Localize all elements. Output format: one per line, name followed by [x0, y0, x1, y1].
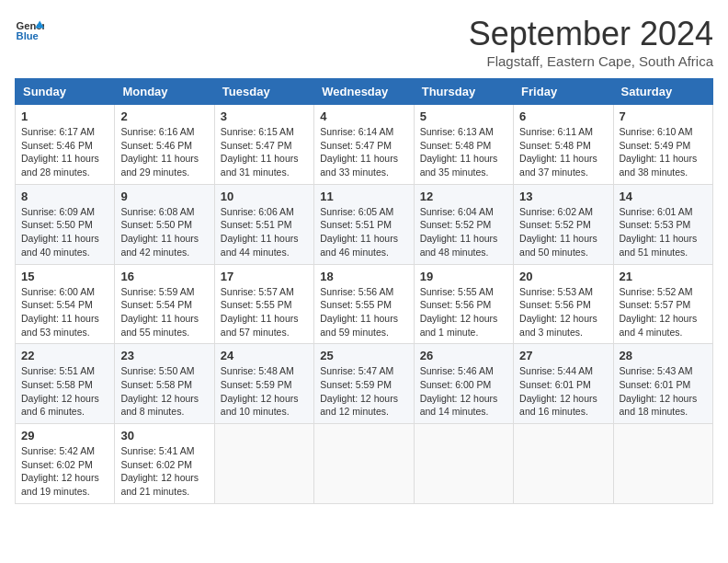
page-header: General Blue September 2024 Flagstaff, E…	[15, 15, 713, 69]
day-number: 1	[21, 109, 108, 123]
logo: General Blue	[15, 15, 44, 44]
calendar-day-cell: 24 Sunrise: 5:48 AM Sunset: 5:59 PM Dayl…	[214, 344, 313, 424]
calendar-day-cell: 30 Sunrise: 5:41 AM Sunset: 6:02 PM Dayl…	[115, 424, 214, 504]
calendar-day-cell: 17 Sunrise: 5:57 AM Sunset: 5:55 PM Dayl…	[214, 264, 313, 344]
calendar-day-cell: 28 Sunrise: 5:43 AM Sunset: 6:01 PM Dayl…	[613, 344, 712, 424]
day-of-week-header: Wednesday	[314, 79, 414, 105]
calendar-day-cell: 3 Sunrise: 6:15 AM Sunset: 5:47 PM Dayli…	[214, 105, 313, 185]
day-number: 20	[519, 270, 607, 283]
day-info: Sunrise: 5:51 AM Sunset: 5:58 PM Dayligh…	[21, 364, 108, 419]
location-title: Flagstaff, Eastern Cape, South Africa	[469, 53, 713, 69]
day-number: 28	[620, 349, 707, 362]
day-number: 14	[620, 190, 707, 203]
calendar-day-cell: 16 Sunrise: 5:59 AM Sunset: 5:54 PM Dayl…	[115, 264, 214, 344]
calendar-day-cell: 1 Sunrise: 6:17 AM Sunset: 5:46 PM Dayli…	[16, 105, 115, 185]
day-info: Sunrise: 5:57 AM Sunset: 5:55 PM Dayligh…	[221, 285, 308, 339]
day-info: Sunrise: 5:47 AM Sunset: 5:59 PM Dayligh…	[320, 364, 407, 419]
day-number: 6	[519, 109, 607, 123]
calendar-week-row: 1 Sunrise: 6:17 AM Sunset: 5:46 PM Dayli…	[16, 105, 713, 185]
calendar-day-cell: 21 Sunrise: 5:52 AM Sunset: 5:57 PM Dayl…	[613, 264, 712, 344]
day-info: Sunrise: 6:15 AM Sunset: 5:47 PM Dayligh…	[221, 125, 308, 179]
day-info: Sunrise: 6:06 AM Sunset: 5:51 PM Dayligh…	[221, 205, 308, 259]
calendar-day-cell: 5 Sunrise: 6:13 AM Sunset: 5:48 PM Dayli…	[414, 105, 513, 185]
calendar-table: SundayMondayTuesdayWednesdayThursdayFrid…	[15, 78, 713, 504]
day-info: Sunrise: 6:14 AM Sunset: 5:47 PM Dayligh…	[320, 125, 407, 179]
day-info: Sunrise: 6:05 AM Sunset: 5:51 PM Dayligh…	[320, 205, 407, 259]
day-info: Sunrise: 5:43 AM Sunset: 6:01 PM Dayligh…	[620, 364, 707, 419]
day-info: Sunrise: 6:02 AM Sunset: 5:52 PM Dayligh…	[519, 205, 607, 259]
day-number: 4	[320, 109, 407, 123]
calendar-day-cell	[414, 424, 513, 504]
day-number: 25	[320, 349, 407, 362]
day-number: 2	[120, 109, 208, 123]
calendar-day-cell: 8 Sunrise: 6:09 AM Sunset: 5:50 PM Dayli…	[16, 184, 115, 264]
calendar-day-cell: 2 Sunrise: 6:16 AM Sunset: 5:46 PM Dayli…	[115, 105, 214, 185]
calendar-day-cell: 25 Sunrise: 5:47 AM Sunset: 5:59 PM Dayl…	[314, 344, 414, 424]
day-info: Sunrise: 5:55 AM Sunset: 5:56 PM Dayligh…	[420, 285, 507, 339]
calendar-day-cell: 15 Sunrise: 6:00 AM Sunset: 5:54 PM Dayl…	[16, 264, 115, 344]
calendar-day-cell: 13 Sunrise: 6:02 AM Sunset: 5:52 PM Dayl…	[514, 184, 613, 264]
day-number: 5	[420, 109, 507, 123]
day-of-week-header: Saturday	[613, 79, 712, 105]
day-info: Sunrise: 6:08 AM Sunset: 5:50 PM Dayligh…	[120, 205, 208, 259]
day-number: 27	[519, 349, 607, 362]
calendar-day-cell: 18 Sunrise: 5:56 AM Sunset: 5:55 PM Dayl…	[314, 264, 414, 344]
day-info: Sunrise: 5:56 AM Sunset: 5:55 PM Dayligh…	[320, 285, 407, 339]
title-block: September 2024 Flagstaff, Eastern Cape, …	[469, 15, 713, 69]
day-number: 26	[420, 349, 507, 362]
calendar-day-cell: 7 Sunrise: 6:10 AM Sunset: 5:49 PM Dayli…	[613, 105, 712, 185]
calendar-day-cell: 12 Sunrise: 6:04 AM Sunset: 5:52 PM Dayl…	[414, 184, 513, 264]
day-info: Sunrise: 6:09 AM Sunset: 5:50 PM Dayligh…	[21, 205, 108, 259]
day-info: Sunrise: 6:10 AM Sunset: 5:49 PM Dayligh…	[620, 125, 707, 179]
calendar-day-cell: 20 Sunrise: 5:53 AM Sunset: 5:56 PM Dayl…	[514, 264, 613, 344]
calendar-week-row: 15 Sunrise: 6:00 AM Sunset: 5:54 PM Dayl…	[16, 264, 713, 344]
calendar-day-cell: 26 Sunrise: 5:46 AM Sunset: 6:00 PM Dayl…	[414, 344, 513, 424]
day-number: 22	[21, 349, 108, 362]
day-info: Sunrise: 6:16 AM Sunset: 5:46 PM Dayligh…	[120, 125, 208, 179]
calendar-day-cell	[314, 424, 414, 504]
day-info: Sunrise: 6:01 AM Sunset: 5:53 PM Dayligh…	[620, 205, 707, 259]
calendar-day-cell: 11 Sunrise: 6:05 AM Sunset: 5:51 PM Dayl…	[314, 184, 414, 264]
calendar-day-cell: 29 Sunrise: 5:42 AM Sunset: 6:02 PM Dayl…	[16, 424, 115, 504]
day-info: Sunrise: 5:48 AM Sunset: 5:59 PM Dayligh…	[221, 364, 308, 419]
day-number: 17	[221, 270, 308, 283]
calendar-day-cell	[214, 424, 313, 504]
svg-text:Blue: Blue	[17, 30, 39, 41]
day-number: 8	[21, 190, 108, 203]
calendar-day-cell: 10 Sunrise: 6:06 AM Sunset: 5:51 PM Dayl…	[214, 184, 313, 264]
calendar-week-row: 29 Sunrise: 5:42 AM Sunset: 6:02 PM Dayl…	[16, 424, 713, 504]
day-info: Sunrise: 6:11 AM Sunset: 5:48 PM Dayligh…	[519, 125, 607, 179]
day-number: 23	[120, 349, 208, 362]
day-number: 21	[620, 270, 707, 283]
day-info: Sunrise: 5:46 AM Sunset: 6:00 PM Dayligh…	[420, 364, 507, 419]
day-info: Sunrise: 5:42 AM Sunset: 6:02 PM Dayligh…	[21, 444, 108, 499]
calendar-week-row: 22 Sunrise: 5:51 AM Sunset: 5:58 PM Dayl…	[16, 344, 713, 424]
day-info: Sunrise: 6:13 AM Sunset: 5:48 PM Dayligh…	[420, 125, 507, 179]
calendar-header-row: SundayMondayTuesdayWednesdayThursdayFrid…	[16, 79, 713, 105]
month-title: September 2024	[469, 15, 713, 53]
calendar-day-cell	[613, 424, 712, 504]
day-info: Sunrise: 5:44 AM Sunset: 6:01 PM Dayligh…	[519, 364, 607, 419]
day-number: 10	[221, 190, 308, 203]
day-info: Sunrise: 5:52 AM Sunset: 5:57 PM Dayligh…	[620, 285, 707, 339]
day-number: 18	[320, 270, 407, 283]
day-number: 12	[420, 190, 507, 203]
calendar-day-cell: 4 Sunrise: 6:14 AM Sunset: 5:47 PM Dayli…	[314, 105, 414, 185]
day-of-week-header: Thursday	[414, 79, 513, 105]
day-of-week-header: Monday	[115, 79, 214, 105]
day-of-week-header: Friday	[514, 79, 613, 105]
calendar-day-cell: 23 Sunrise: 5:50 AM Sunset: 5:58 PM Dayl…	[115, 344, 214, 424]
day-number: 3	[221, 109, 308, 123]
day-of-week-header: Tuesday	[214, 79, 313, 105]
day-info: Sunrise: 5:41 AM Sunset: 6:02 PM Dayligh…	[120, 444, 208, 499]
day-number: 24	[221, 349, 308, 362]
day-number: 13	[519, 190, 607, 203]
calendar-week-row: 8 Sunrise: 6:09 AM Sunset: 5:50 PM Dayli…	[16, 184, 713, 264]
day-of-week-header: Sunday	[16, 79, 115, 105]
day-number: 7	[620, 109, 707, 123]
day-info: Sunrise: 6:00 AM Sunset: 5:54 PM Dayligh…	[21, 285, 108, 339]
calendar-day-cell: 22 Sunrise: 5:51 AM Sunset: 5:58 PM Dayl…	[16, 344, 115, 424]
day-info: Sunrise: 5:53 AM Sunset: 5:56 PM Dayligh…	[519, 285, 607, 339]
calendar-day-cell: 14 Sunrise: 6:01 AM Sunset: 5:53 PM Dayl…	[613, 184, 712, 264]
day-number: 11	[320, 190, 407, 203]
